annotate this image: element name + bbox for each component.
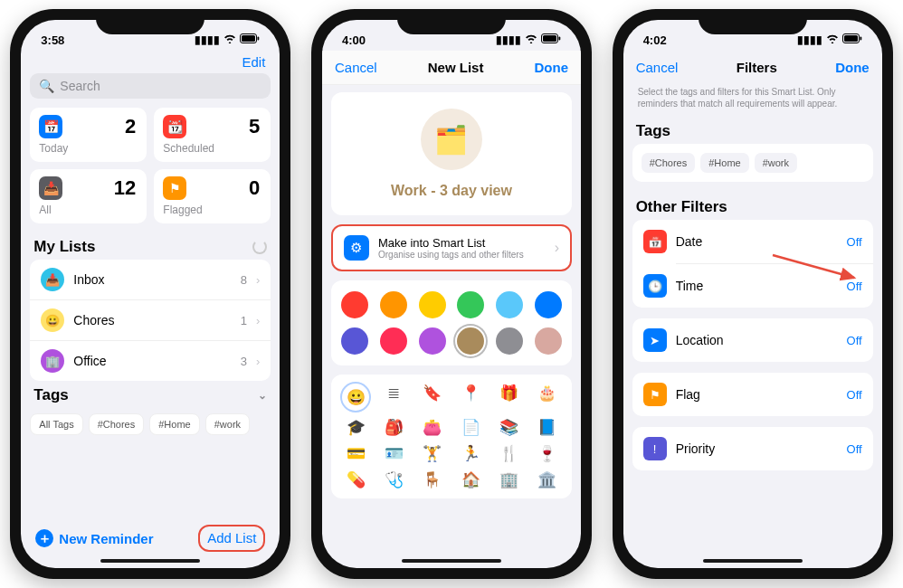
- list-name: Chores: [73, 313, 231, 327]
- tag-chip[interactable]: All Tags: [30, 413, 82, 435]
- color-swatch[interactable]: [380, 327, 407, 355]
- color-swatch[interactable]: [496, 291, 523, 318]
- icon-option[interactable]: 🍷: [537, 444, 556, 463]
- list-row[interactable]: 📥 Inbox 8 ›: [30, 260, 271, 300]
- card-scheduled[interactable]: 📆 5 Scheduled: [154, 108, 271, 162]
- icon-picker: 😀≣🔖📍🎁🎂🎓🎒👛📄📚📘💳🪪🏋️🏃🍴🍷💊🩺🪑🏠🏢🏛️: [331, 375, 572, 498]
- icon-option[interactable]: 📘: [537, 418, 556, 437]
- list-row[interactable]: 🏢 Office 3 ›: [30, 341, 271, 381]
- color-swatch[interactable]: [457, 327, 484, 355]
- icon-option[interactable]: 🎂: [537, 384, 556, 411]
- priority-icon: !: [643, 437, 667, 460]
- icon-option[interactable]: 🎓: [347, 418, 366, 437]
- make-smart-list-row[interactable]: ⚙︎ Make into Smart List Organise using t…: [331, 224, 572, 271]
- cancel-button[interactable]: Cancel: [636, 60, 679, 75]
- new-reminder-button[interactable]: ＋ New Reminder: [35, 529, 153, 547]
- search-placeholder: Search: [60, 79, 100, 93]
- signal-icon: ▮▮▮▮: [797, 33, 822, 46]
- svg-rect-8: [860, 37, 861, 41]
- filter-row-priority[interactable]: ! Priority Off: [632, 427, 873, 470]
- tag-chip[interactable]: #Home: [700, 153, 748, 173]
- done-button[interactable]: Done: [835, 60, 870, 75]
- edit-button[interactable]: Edit: [242, 54, 265, 70]
- list-name-field[interactable]: Work - 3 day view: [391, 183, 512, 199]
- cancel-button[interactable]: Cancel: [335, 60, 377, 75]
- date-icon: 📅: [643, 230, 667, 253]
- icon-option[interactable]: 🔖: [423, 384, 442, 411]
- chevron-down-icon[interactable]: ⌄: [258, 389, 267, 402]
- color-swatch[interactable]: [535, 327, 562, 355]
- svg-rect-4: [543, 35, 556, 42]
- tag-selector[interactable]: #Chores#Home#work: [632, 144, 873, 182]
- icon-option[interactable]: 💳: [347, 444, 366, 463]
- filter-row-location[interactable]: ➤ Location Off: [632, 318, 873, 362]
- color-swatch[interactable]: [419, 291, 446, 318]
- card-today[interactable]: 📅 2 Today: [30, 108, 147, 162]
- color-swatch[interactable]: [535, 291, 562, 318]
- tag-chip[interactable]: #Home: [149, 413, 199, 435]
- sheet-title: New List: [428, 60, 484, 75]
- list-row[interactable]: 😀 Chores 1 ›: [30, 300, 271, 341]
- filter-row-date[interactable]: 📅 Date Off: [632, 220, 873, 263]
- icon-option[interactable]: 📍: [461, 384, 480, 411]
- phone-reminders-home: 3:58 ▮▮▮▮ Edit 🔍 Search 📅: [10, 9, 290, 579]
- icon-option[interactable]: 📚: [499, 418, 518, 437]
- card-all-count: 12: [114, 176, 136, 200]
- icon-option[interactable]: 🎁: [499, 384, 518, 411]
- icon-option[interactable]: 🏠: [461, 470, 480, 489]
- color-swatch[interactable]: [341, 327, 368, 355]
- color-swatch[interactable]: [341, 291, 368, 318]
- color-swatch[interactable]: [496, 327, 523, 355]
- notch: [699, 9, 807, 34]
- chevron-right-icon: ›: [256, 273, 260, 287]
- icon-option[interactable]: 💊: [347, 470, 366, 489]
- color-swatch[interactable]: [380, 291, 407, 318]
- search-icon: 🔍: [39, 79, 54, 93]
- status-time: 3:58: [41, 33, 64, 47]
- search-field[interactable]: 🔍 Search: [30, 73, 271, 99]
- icon-option[interactable]: 👛: [423, 418, 442, 437]
- filter-label: Date: [676, 234, 838, 249]
- icon-option[interactable]: 🪑: [423, 470, 442, 489]
- filter-value: Off: [847, 280, 862, 293]
- home-indicator[interactable]: [402, 559, 501, 563]
- status-time: 4:02: [643, 33, 667, 47]
- filter-row-time[interactable]: 🕒 Time Off: [632, 264, 873, 308]
- icon-option[interactable]: 📄: [461, 418, 480, 437]
- icon-option[interactable]: 🩺: [385, 470, 404, 489]
- icon-option[interactable]: 🎒: [385, 418, 404, 437]
- filter-value: Off: [847, 442, 862, 456]
- home-indicator[interactable]: [100, 559, 200, 563]
- filter-label: Priority: [676, 441, 838, 456]
- tag-chip[interactable]: #Chores: [642, 153, 696, 173]
- sheet-title: Filters: [737, 60, 777, 75]
- icon-option[interactable]: 🪪: [385, 444, 404, 463]
- icon-option[interactable]: 🏋️: [423, 444, 442, 463]
- tag-chip[interactable]: #Chores: [89, 413, 145, 435]
- color-swatch[interactable]: [457, 291, 484, 318]
- smart-list-title: Make into Smart List: [378, 236, 546, 250]
- icon-option[interactable]: 🍴: [499, 444, 518, 463]
- list-icon: 📥: [41, 268, 64, 291]
- card-all[interactable]: 📥 12 All: [30, 169, 147, 223]
- icon-option[interactable]: ≣: [387, 384, 400, 411]
- icon-option[interactable]: 😀: [342, 384, 369, 411]
- icon-option[interactable]: 🏛️: [537, 470, 556, 489]
- card-flagged-label: Flagged: [163, 204, 261, 216]
- card-scheduled-label: Scheduled: [163, 142, 261, 155]
- tag-chip[interactable]: #work: [755, 153, 797, 173]
- card-flagged[interactable]: ⚑ 0 Flagged: [154, 169, 271, 223]
- add-list-button[interactable]: Add List: [207, 530, 256, 545]
- filter-label: Time: [676, 279, 838, 293]
- my-lists: 📥 Inbox 8 ›😀 Chores 1 ›🏢 Office 3 ›: [30, 260, 271, 381]
- home-indicator[interactable]: [703, 559, 803, 563]
- battery-icon: [842, 33, 862, 46]
- tag-chip[interactable]: #work: [205, 413, 250, 435]
- flag-icon: ⚑: [643, 383, 667, 406]
- color-swatch[interactable]: [419, 327, 446, 355]
- svg-rect-2: [258, 37, 260, 41]
- icon-option[interactable]: 🏢: [499, 470, 518, 489]
- icon-option[interactable]: 🏃: [461, 444, 480, 463]
- filter-row-flag[interactable]: ⚑ Flag Off: [632, 373, 873, 416]
- done-button[interactable]: Done: [534, 60, 568, 75]
